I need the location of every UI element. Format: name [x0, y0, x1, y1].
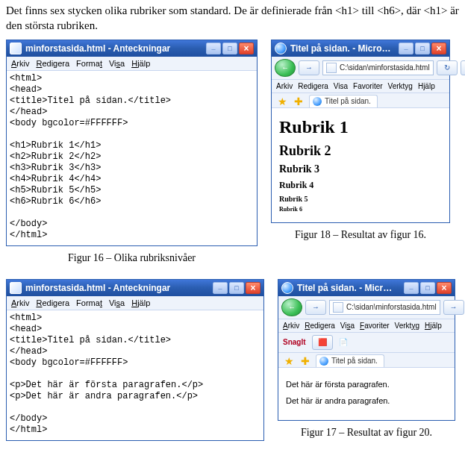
address-text: C:\sidan\minforstasida.html	[346, 303, 437, 311]
menu-redigera[interactable]: Redigera	[36, 59, 69, 68]
notepad-content[interactable]: <html> <head> <title>Titel på sidan.</ti…	[7, 310, 263, 440]
close-button[interactable]	[437, 282, 452, 294]
menu-format[interactable]: Format	[76, 298, 102, 307]
menu-verktyg[interactable]: Verktyg	[388, 82, 413, 90]
search-button[interactable]: 🔍	[461, 60, 465, 75]
notepad-window-2: minforstasida.html - Anteckningar Arkiv …	[6, 279, 264, 441]
menu-arkiv[interactable]: Arkiv	[11, 298, 29, 307]
go-button[interactable]: →	[443, 300, 464, 315]
refresh-button[interactable]: ↻	[437, 60, 458, 75]
menu-visa[interactable]: Visa	[109, 298, 125, 307]
back-button[interactable]: ←	[281, 298, 302, 316]
close-button[interactable]	[431, 43, 446, 54]
menu-favoriter[interactable]: Favoriter	[360, 322, 389, 330]
page-icon	[333, 302, 343, 313]
maximize-button[interactable]	[420, 282, 435, 294]
heading-4: Rubrik 4	[279, 180, 442, 191]
tab-row: ★ ✚ Titel på sidan.	[278, 353, 455, 368]
address-text: C:\sidan\minforstasida.html	[340, 63, 430, 72]
menu-arkiv[interactable]: Arkiv	[276, 82, 293, 90]
menu-arkiv[interactable]: Arkiv	[11, 59, 29, 68]
minimize-button[interactable]	[206, 43, 221, 54]
menu-favoriter[interactable]: Favoriter	[353, 82, 382, 90]
window-title: minforstasida.html - Anteckningar	[25, 43, 170, 54]
titlebar[interactable]: Titel på sidan. - Microsoft Internet Exp…	[278, 280, 455, 296]
heading-3: Rubrik 3	[279, 163, 442, 175]
menu-format[interactable]: Format	[76, 59, 102, 68]
ie-window-2: Titel på sidan. - Microsoft Internet Exp…	[278, 279, 455, 421]
snagit-label[interactable]: SnagIt	[283, 338, 306, 346]
snagit-toolbar: SnagIt 🟥 📄	[278, 333, 455, 353]
add-favorite-icon[interactable]: ✚	[299, 355, 311, 367]
document-icon	[10, 43, 22, 54]
menu-visa[interactable]: Visa	[109, 59, 125, 68]
ie-icon	[281, 282, 293, 294]
menu-visa[interactable]: Visa	[340, 322, 355, 330]
minimize-button[interactable]	[399, 43, 413, 54]
menu-redigera[interactable]: Redigera	[36, 298, 69, 307]
ie-window-1: Titel på sidan. - Microsoft Internet Exp…	[271, 40, 450, 223]
heading-6: Rubrik 6	[279, 206, 442, 213]
titlebar[interactable]: Titel på sidan. - Microsoft Internet Exp…	[272, 40, 449, 57]
back-button[interactable]: ←	[275, 59, 296, 77]
menu-label: rkiv	[16, 59, 29, 68]
nav-toolbar: ← → C:\sidan\minforstasida.html ↻ 🔍	[272, 57, 449, 80]
maximize-button[interactable]	[415, 43, 430, 54]
forward-button[interactable]: →	[299, 60, 319, 75]
browser-tab[interactable]: Titel på sidan.	[309, 95, 378, 107]
close-button[interactable]	[246, 282, 260, 294]
tab-row: ★ ✚ Titel på sidan.	[272, 93, 449, 108]
tab-title: Titel på sidan.	[325, 97, 371, 105]
tab-title: Titel på sidan.	[331, 357, 378, 365]
document-icon	[10, 282, 22, 294]
add-favorite-icon[interactable]: ✚	[293, 95, 305, 107]
menu-hjalp[interactable]: Hjälp	[131, 298, 150, 307]
page-content: Rubrik 1 Rubrik 2 Rubrik 3 Rubrik 4 Rubr…	[272, 108, 449, 222]
address-bar[interactable]: C:\sidan\minforstasida.html	[329, 300, 440, 315]
snagit-sep: 📄	[339, 338, 348, 346]
minimize-button[interactable]	[213, 282, 228, 294]
figure-caption-16: Figur 16 – Olika rubriksnivåer	[6, 252, 258, 264]
snagit-capture-button[interactable]: 🟥	[312, 335, 333, 350]
maximize-button[interactable]	[222, 43, 237, 54]
notepad-content[interactable]: <html> <head> <title>Titel på sidan.</ti…	[7, 71, 257, 245]
page-content: Det här är första paragrafen. Det här är…	[278, 368, 455, 420]
menu-verktyg[interactable]: Verktyg	[395, 322, 419, 330]
ie-menubar: Arkiv Redigera Visa Favoriter Verktyg Hj…	[272, 80, 449, 93]
paragraph-1: Det här är första paragrafen.	[286, 380, 447, 389]
menu-hjalp[interactable]: Hjälp	[418, 82, 435, 90]
close-button[interactable]	[239, 43, 254, 54]
favorites-star-icon[interactable]: ★	[283, 355, 295, 367]
forward-button[interactable]: →	[305, 300, 326, 315]
paragraph-2: Det här är andra paragrafen.	[286, 396, 447, 405]
tab-favicon-icon	[313, 97, 322, 106]
address-bar[interactable]: C:\sidan\minforstasida.html	[322, 60, 434, 75]
menu-hjalp[interactable]: Hjälp	[425, 322, 442, 330]
menu-redigera[interactable]: Redigera	[298, 82, 328, 90]
page-icon	[326, 63, 337, 73]
menubar: Arkiv Redigera Format Visa Hjälp	[7, 296, 263, 310]
window-title: Titel på sidan. - Microsoft Internet Exp…	[290, 43, 391, 54]
heading-1: Rubrik 1	[279, 117, 442, 137]
menu-label: edigera	[42, 59, 69, 68]
titlebar[interactable]: minforstasida.html - Anteckningar	[7, 280, 263, 296]
intro-text: Det finns sex stycken olika rubriker som…	[6, 3, 459, 34]
window-title: minforstasida.html - Anteckningar	[25, 283, 170, 293]
menu-arkiv[interactable]: Arkiv	[283, 322, 299, 330]
menu-visa[interactable]: Visa	[334, 82, 348, 90]
menu-hjalp[interactable]: Hjälp	[131, 59, 150, 68]
browser-tab[interactable]: Titel på sidan.	[316, 354, 384, 367]
nav-toolbar: ← → C:\sidan\minforstasida.html → 🔍	[278, 296, 455, 319]
menu-redigera[interactable]: Redigera	[305, 322, 335, 330]
tab-favicon-icon	[319, 357, 328, 366]
figure-caption-17: Figur 17 – Resultat av figur 20.	[278, 427, 455, 439]
heading-5: Rubrik 5	[279, 195, 442, 203]
favorites-star-icon[interactable]: ★	[276, 95, 288, 107]
minimize-button[interactable]	[404, 282, 419, 294]
maximize-button[interactable]	[229, 282, 244, 294]
ie-icon	[275, 43, 287, 54]
titlebar[interactable]: minforstasida.html - Anteckningar	[7, 40, 257, 57]
menubar: Arkiv Redigera Format Visa Hjälp	[7, 57, 257, 71]
window-title: Titel på sidan. - Microsoft Internet Exp…	[297, 283, 396, 293]
figure-caption-18: Figur 18 – Resultat av figur 16.	[271, 229, 450, 241]
